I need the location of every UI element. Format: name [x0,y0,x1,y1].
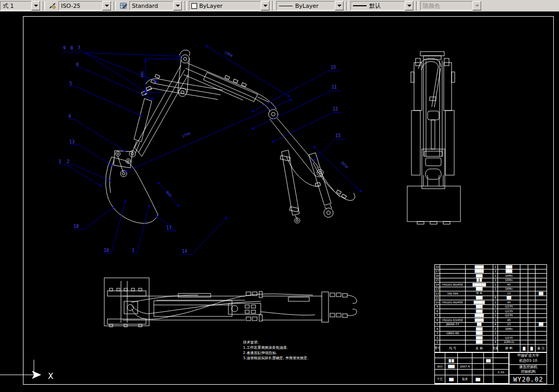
parts-cell: 3 [435,332,440,336]
dim-style-icon[interactable] [48,1,57,10]
title-block-cell [472,364,484,370]
parts-cell [528,332,536,336]
title-block-cell: 工艺 [435,375,445,384]
parts-cell: 45 [498,283,520,287]
style-combo-arrow-icon[interactable] [31,1,40,10]
plotstyle-control-value: 随颜色 [423,2,471,10]
dimension-text: 485 [140,71,144,78]
parts-cell: GB81-88 [440,332,466,336]
title-block-cell [493,364,509,370]
parts-cell: 16Mn [498,327,520,332]
parts-cell [440,270,466,274]
parts-cell: 15 [498,291,520,296]
color-control-combo[interactable]: ByLayer [189,1,270,10]
parts-cell: ███ [466,327,493,332]
lineweight-control-arrow-icon[interactable] [405,1,414,10]
linetype-control-combo[interactable]: ByLayer [276,1,344,10]
parts-cell: JB686-77 [440,323,466,327]
dimstyle-combo[interactable]: ISO-25 [58,1,112,10]
parts-cell: 4 [493,340,498,345]
parts-cell [528,278,536,283]
parts-cell: ████ [466,265,493,270]
parts-cell [536,265,546,270]
parts-cell [440,327,466,332]
parts-cell: 1 [493,309,498,314]
parts-cell [528,327,536,332]
textstyle-combo[interactable]: Standard [129,1,183,10]
title-block-cell [435,353,445,358]
title-block-cell [435,358,445,364]
part-number-label: 9 [63,46,66,51]
linetype-control-value: ByLayer [295,3,334,9]
dimension-text: 3054 [340,161,349,169]
parts-cell [528,323,536,327]
title-block-cell: █ █ [445,358,458,364]
parts-cell [536,305,546,310]
title-block-cell [493,375,509,384]
parts-cell [440,314,466,318]
lineweight-control-combo[interactable]: 默认 [350,1,414,10]
title-block-cell: ██ [472,375,484,384]
parts-cell [528,314,536,318]
parts-cell [520,287,528,292]
parts-cell [528,340,536,345]
parts-cell: ███ [498,270,520,274]
dimension-texts: 485139417593054602 [140,50,349,198]
title-block-right: 中国矿业大学 机自03-10 液压挖掘机 挖掘机构 WY20.02 [509,353,547,384]
parts-cell: Q235 [498,314,520,318]
parts-cell [520,278,528,283]
title-block-cell [435,370,445,375]
part-number-label: 7 [78,46,80,51]
linetype-sample [279,6,293,6]
parts-cell [536,340,546,345]
parts-cell: HSG01-90/45E [440,300,466,305]
parts-cell [536,314,546,318]
toolbar-separator [346,1,348,10]
parts-header-cell: 材 料 [498,345,520,353]
title-block-cell [458,370,472,375]
parts-cell: 1 [493,265,498,270]
parts-cell: 45 [498,300,520,305]
linetype-control-arrow-icon[interactable] [335,1,344,10]
textstyle-combo-arrow-icon[interactable] [173,1,182,10]
parts-header-cell: 数量 [493,345,498,353]
parts-cell: 6 [493,296,498,301]
parts-cell: ██████ [466,283,493,287]
parts-cell: 1 [493,278,498,283]
dimension-text: 1759 [181,131,191,139]
lineweight-control-value: 默认 [369,2,404,10]
title-block-cell: 2007.6 [458,364,472,370]
parts-cell [528,274,536,278]
parts-cell: 16J-389 [440,291,466,296]
part-number-label: 17 [166,226,172,230]
text-style-icon[interactable] [119,1,128,10]
model-space-canvas[interactable]: X 987654133218171611410111215 4851394175… [0,11,559,392]
parts-cell: ███ [466,340,493,345]
parts-cell [520,323,528,327]
parts-cell [498,332,520,336]
title-block-product: 液压挖掘机 挖掘机构 [509,365,547,375]
part-number-label: 6 [76,63,79,67]
title-block-cell [484,353,493,358]
style-combo[interactable]: 式 1 [0,1,41,10]
parts-cell [528,287,536,292]
parts-cell [520,336,528,340]
dimstyle-combo-arrow-icon[interactable] [102,1,111,10]
color-control-arrow-icon[interactable] [261,1,270,10]
parts-cell [536,336,546,340]
parts-cell: 10 [435,300,440,305]
part-number-label: 14 [182,249,187,254]
parts-cell: ███ [466,287,493,292]
parts-list-table: 18████1███17████1███16███116Mn15█ █116Mn… [434,264,547,352]
parts-cell [440,305,466,310]
part-number-label: 8 [70,46,73,51]
lineweight-sample [353,5,367,6]
dimstyle-combo-value: ISO-25 [61,3,101,9]
parts-cell: 8 [435,309,440,314]
parts-cell: 11 [435,296,440,301]
parts-cell: 管 夹 [466,291,493,296]
toolbar-separator [185,1,187,10]
parts-cell: Q235 [498,309,520,314]
parts-header-cell: 代 号 [440,345,466,353]
parts-cell: 4 [493,323,498,327]
